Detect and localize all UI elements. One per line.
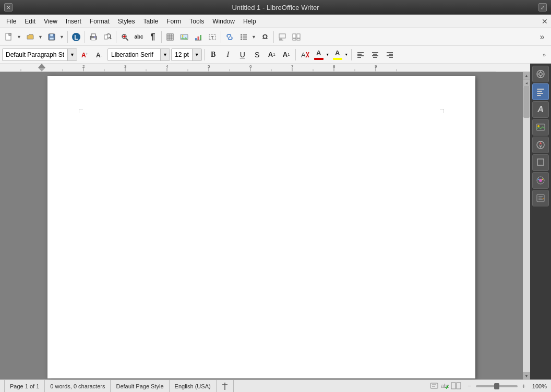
sidebar-styles-button[interactable]	[532, 83, 549, 100]
sidebar-macro-button[interactable]	[532, 190, 549, 206]
libreoffice-button[interactable]: L	[69, 30, 83, 44]
zoom-thumb[interactable]	[494, 383, 499, 389]
menu-edit[interactable]: Edit	[20, 17, 40, 26]
status-page-style[interactable]: Default Page Style	[111, 380, 169, 392]
font-color-dropdown[interactable]: ▼	[325, 48, 330, 62]
insert-chart-button[interactable]	[191, 30, 205, 44]
font-color-group: A ▼	[313, 48, 330, 62]
highlight-dropdown[interactable]: ▼	[344, 48, 349, 62]
separator-fmt-1	[204, 49, 205, 60]
superscript-button[interactable]: A1	[265, 48, 279, 62]
font-style-btn1[interactable]: A+	[78, 48, 92, 62]
scroll-expand-button[interactable]: ◂	[523, 79, 530, 87]
close-button[interactable]: ✕	[4, 3, 13, 11]
list-dropdown[interactable]: ▼	[250, 30, 258, 44]
save-button[interactable]	[45, 30, 58, 44]
corner-mark-tr	[440, 107, 444, 112]
zoom-plus-button[interactable]: +	[520, 382, 528, 390]
italic-button[interactable]: I	[221, 48, 235, 62]
insert-image-button[interactable]	[177, 30, 191, 44]
multipage-icon[interactable]	[451, 382, 461, 390]
scroll-thumb[interactable]	[523, 87, 530, 118]
menu-tools[interactable]: Tools	[185, 17, 208, 26]
subscript-button[interactable]: A1	[280, 48, 293, 62]
zoom-slider[interactable]	[476, 385, 518, 387]
toolbar2-more[interactable]: »	[540, 48, 549, 62]
font-style-btn2[interactable]: A−	[93, 48, 106, 62]
open-button[interactable]	[23, 30, 37, 44]
print-button[interactable]	[87, 30, 100, 44]
document-page[interactable]	[47, 76, 475, 378]
sidebar-functions-button[interactable]	[532, 154, 549, 171]
bold-button[interactable]: B	[207, 48, 220, 62]
svg-rect-123	[430, 383, 438, 388]
menu-window[interactable]: Window	[208, 17, 239, 26]
sidebar-colorpicker-button[interactable]	[532, 172, 549, 189]
new-dropdown[interactable]: ▼	[16, 30, 23, 44]
status-language[interactable]: English (USA)	[170, 380, 217, 392]
special-chars-button[interactable]: Ω	[258, 30, 272, 44]
insert-table-button[interactable]	[163, 30, 177, 44]
svg-marker-109	[539, 142, 542, 145]
print-preview-button[interactable]	[101, 30, 114, 44]
svg-rect-44	[297, 39, 300, 40]
maximize-button[interactable]: ⤢	[538, 3, 547, 11]
zoom-minus-button[interactable]: −	[465, 382, 474, 390]
document-area[interactable]	[0, 72, 523, 379]
insert-textbox-button[interactable]: T	[206, 30, 219, 44]
corner-mark-tl	[79, 107, 83, 112]
align-right-button[interactable]	[383, 48, 397, 62]
svg-rect-3	[50, 34, 53, 36]
list-button[interactable]	[237, 30, 250, 44]
menu-help[interactable]: Help	[239, 17, 260, 26]
pageview-button[interactable]	[290, 30, 303, 44]
font-color-button[interactable]: A	[313, 48, 325, 62]
separator-5	[221, 31, 221, 43]
save-dropdown[interactable]: ▼	[58, 30, 66, 44]
underline-button[interactable]: U	[236, 48, 249, 62]
scroll-track[interactable]	[523, 87, 530, 372]
font-name-select[interactable]: Liberation Serif ▼	[107, 48, 170, 61]
toolbar-standard: ▼ ▼ ▼ L abc ¶	[0, 28, 551, 46]
sidebar-properties-button[interactable]	[532, 66, 549, 82]
align-center-button[interactable]	[368, 48, 382, 62]
svg-rect-127	[451, 383, 456, 389]
strikethrough-button[interactable]: S	[250, 48, 264, 62]
align-left-button[interactable]	[354, 48, 367, 62]
status-page-info[interactable]: Page 1 of 1	[4, 380, 45, 392]
menu-view[interactable]: View	[40, 17, 62, 26]
font-size-select[interactable]: 12 pt ▼	[171, 48, 202, 61]
highlight-button[interactable]: A	[331, 48, 344, 62]
menu-close-button[interactable]: ✕	[542, 18, 548, 25]
sidebar-navigator-button[interactable]	[532, 137, 549, 153]
footnote-button[interactable]	[276, 30, 289, 44]
sidebar-gallery-button[interactable]	[532, 119, 549, 136]
open-dropdown[interactable]: ▼	[37, 30, 44, 44]
insert-hyperlink-button[interactable]	[223, 30, 236, 44]
show-formatting-button[interactable]: ¶	[146, 30, 160, 44]
svg-rect-27	[200, 35, 201, 40]
menu-insert[interactable]: Insert	[62, 17, 86, 26]
clear-formatting-button[interactable]: A	[298, 48, 312, 62]
toolbar1-more[interactable]: »	[535, 30, 549, 44]
font-color-swatch	[314, 58, 324, 60]
scroll-up-button[interactable]: ▲	[523, 72, 530, 79]
spell-status-icon[interactable]: abc	[440, 382, 449, 390]
find-button[interactable]	[118, 30, 131, 44]
new-button[interactable]	[2, 30, 16, 44]
scroll-down-button[interactable]: ▼	[523, 372, 530, 379]
paragraph-style-dropdown[interactable]: ▼	[67, 49, 77, 60]
menu-format[interactable]: Format	[86, 17, 114, 26]
font-size-dropdown[interactable]: ▼	[192, 49, 201, 60]
font-name-dropdown[interactable]: ▼	[160, 49, 170, 60]
track-changes-icon[interactable]	[430, 382, 438, 390]
menu-styles[interactable]: Styles	[114, 17, 139, 26]
sidebar-fonteffects-button[interactable]: A	[532, 101, 549, 118]
svg-text:9: 9	[375, 64, 377, 69]
menu-table[interactable]: Table	[139, 17, 163, 26]
svg-text:5: 5	[208, 64, 210, 69]
menu-form[interactable]: Form	[162, 17, 185, 26]
paragraph-style-select[interactable]: Default Paragraph St ▼	[2, 48, 77, 61]
spellcheck-button[interactable]: abc	[132, 30, 146, 44]
menu-file[interactable]: File	[2, 17, 20, 26]
